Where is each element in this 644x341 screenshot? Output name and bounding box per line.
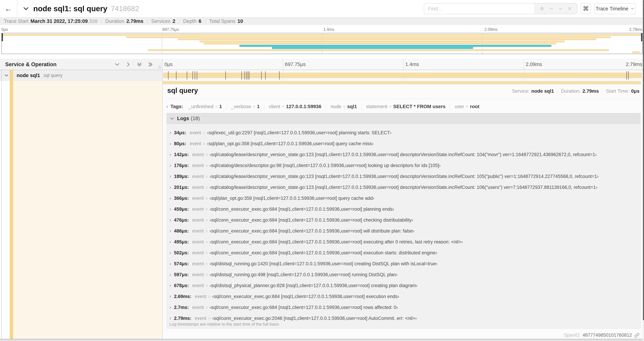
log-timestamp: 486μs: xyxy=(174,228,189,234)
span-row: node sql1 sql query xyxy=(0,70,644,81)
trace-collapse-chevron-icon[interactable] xyxy=(22,5,30,12)
view-options-dropdown[interactable]: Trace Timeline xyxy=(594,3,636,14)
span-detail-tint-column xyxy=(13,81,162,339)
log-row[interactable]: ›476μs:event=‹sql/conn_executor_exec.go:… xyxy=(170,215,640,226)
log-expand-chevron-right-icon[interactable]: › xyxy=(170,271,171,277)
find-controls xyxy=(534,4,577,14)
column-divider[interactable] xyxy=(162,59,163,339)
tag-value: 127.0.0.1:59936 xyxy=(286,104,321,109)
span-color-accent xyxy=(10,70,13,81)
minimap-span-bar xyxy=(200,41,565,43)
log-event-value: ‹sql/conn_executor_exec.go:684 [nsql1,cl… xyxy=(210,250,437,256)
divider xyxy=(101,19,102,24)
span-duration-bar[interactable] xyxy=(163,73,642,78)
log-row[interactable]: ›201μs:event=‹sql/catalog/lease/descript… xyxy=(170,182,640,193)
log-expand-chevron-right-icon[interactable]: › xyxy=(170,130,171,136)
log-equals: = xyxy=(206,152,208,157)
log-expand-chevron-right-icon[interactable]: › xyxy=(170,195,171,201)
log-row[interactable]: ›574μs:event=‹sql/distsql_running.go:142… xyxy=(170,258,640,269)
divider xyxy=(602,89,602,94)
back-button[interactable]: ← xyxy=(0,0,17,17)
minimap-canvas[interactable] xyxy=(2,33,642,54)
minimap-span-bar xyxy=(148,49,609,51)
log-row[interactable]: ›189μs:event=‹sql/catalog/lease/descript… xyxy=(170,171,640,182)
log-row[interactable]: ›142μs:event=‹sql/catalog/lease/descript… xyxy=(170,149,640,160)
minimap-span-bar xyxy=(2,34,642,36)
log-expand-chevron-right-icon[interactable]: › xyxy=(170,250,171,256)
expand-one-chevron-right-icon[interactable] xyxy=(125,62,131,67)
column-resizer-grip[interactable] xyxy=(159,66,161,69)
log-expand-chevron-right-icon[interactable]: › xyxy=(170,162,171,168)
service-operation-title: Service & Operation xyxy=(5,61,114,68)
tags-row[interactable]: › Tags: _unfinished=1_verbose=1client=12… xyxy=(166,102,640,112)
log-expand-chevron-right-icon[interactable]: › xyxy=(170,141,171,146)
log-timestamp: 80μs: xyxy=(174,141,186,146)
log-expand-chevron-right-icon[interactable]: › xyxy=(170,184,171,190)
log-row[interactable]: ›495μs:event=‹sql/conn_executor_exec.go:… xyxy=(170,236,640,247)
logs-header[interactable]: Logs (18) xyxy=(167,113,640,124)
minimap-span-bar xyxy=(126,36,611,38)
span-duration-bar-detail xyxy=(163,81,641,84)
log-event-label: event xyxy=(192,174,204,179)
log-equals: = xyxy=(206,261,208,266)
log-equals: = xyxy=(206,283,208,288)
collapse-one-chevron-down-icon[interactable] xyxy=(114,62,120,67)
log-row[interactable]: ›486μs:event=‹sql/conn_executor_exec.go:… xyxy=(170,226,640,236)
span-log-tick xyxy=(168,71,168,80)
log-expand-chevron-right-icon[interactable]: › xyxy=(170,293,171,299)
tags-label: Tags: xyxy=(170,104,183,109)
log-row[interactable]: ›34μs:event=‹sql/exec_util.go:2297 [nsql… xyxy=(170,127,640,138)
log-expand-chevron-right-icon[interactable]: › xyxy=(170,206,171,212)
log-event-value: ‹sql/catalog/lease/descriptor_version_st… xyxy=(210,152,597,157)
deep-link-icon[interactable] xyxy=(634,333,640,338)
log-row[interactable]: ›502μs:event=‹sql/conn_executor_exec.go:… xyxy=(170,247,640,258)
search-placeholder: Find... xyxy=(428,6,442,12)
logs-collapse-chevron-down-icon[interactable] xyxy=(170,116,174,121)
log-expand-chevron-right-icon[interactable]: › xyxy=(170,239,171,245)
log-event-value: ‹sql/conn_executor_exec.go:684 [nsql1,cl… xyxy=(210,217,413,223)
tag-equals: = xyxy=(389,104,392,109)
tags-expand-chevron-right-icon[interactable]: › xyxy=(166,103,168,110)
start-time-label: Start Time: xyxy=(606,88,629,94)
log-expand-chevron-right-icon[interactable]: › xyxy=(170,217,171,223)
timeline-ruler: 0μs697.75μs1.4ms2.09ms2.79ms xyxy=(162,59,644,70)
prev-match-chevron-up-icon[interactable] xyxy=(548,6,554,11)
services-value: 2 xyxy=(172,18,175,24)
log-row[interactable]: ›2.7ms:event=‹sql/conn_executor_exec.go:… xyxy=(170,302,640,313)
log-expand-chevron-right-icon[interactable]: › xyxy=(170,315,171,321)
span-row-timeline-cell[interactable] xyxy=(162,70,644,81)
log-event-value: ‹sql/distsql_physical_planner.go:828 [ns… xyxy=(210,283,418,288)
search-input[interactable]: Find... xyxy=(424,4,534,14)
log-expand-chevron-right-icon[interactable]: › xyxy=(170,304,171,310)
collapse-all-double-chevron-down-icon[interactable] xyxy=(136,62,142,67)
log-row[interactable]: ›2.69ms:event=‹sql/conn_executor_exec.go… xyxy=(170,291,640,302)
log-expand-chevron-right-icon[interactable]: › xyxy=(170,173,171,179)
log-expand-chevron-right-icon[interactable]: › xyxy=(170,151,171,157)
log-expand-chevron-right-icon[interactable]: › xyxy=(170,282,171,288)
minimap-right-scrubber-handle[interactable] xyxy=(641,33,642,41)
scrollbar-thumb[interactable] xyxy=(643,0,644,320)
total-spans-value: 10 xyxy=(238,18,243,24)
span-collapse-chevron-down-icon[interactable] xyxy=(4,73,9,78)
log-expand-chevron-right-icon[interactable]: › xyxy=(170,228,171,234)
log-event-value: ‹sql/distsql_running.go:498 [nsql1,clien… xyxy=(210,272,398,277)
keyboard-shortcuts-button[interactable]: ⌘ xyxy=(581,3,591,14)
next-match-chevron-down-icon[interactable] xyxy=(558,6,563,11)
locate-icon[interactable] xyxy=(540,6,545,11)
span-row-name-cell[interactable]: node sql1 sql query xyxy=(0,70,162,81)
log-row[interactable]: ›80μs:event=‹sql/plan_opt.go:358 [nsql1,… xyxy=(170,138,640,149)
clear-search-x-icon[interactable] xyxy=(567,6,572,11)
ruler-tick-label: 697.75μs xyxy=(162,27,179,32)
log-row[interactable]: ›459μs:event=‹sql/conn_executor_exec.go:… xyxy=(170,204,640,215)
log-event-label: event xyxy=(195,316,206,321)
log-row[interactable]: ›176μs:event=‹sql/catalog/descs/descript… xyxy=(170,160,640,171)
log-row[interactable]: ›366μs:event=‹sql/plan_opt.go:358 [nsql1… xyxy=(170,193,640,204)
log-row[interactable]: ›597μs:event=‹sql/distsql_running.go:498… xyxy=(170,269,640,280)
scrollbar-track[interactable] xyxy=(642,0,644,341)
log-equals: = xyxy=(208,294,210,299)
minimap-left-scrubber-handle[interactable] xyxy=(2,33,3,41)
log-expand-chevron-right-icon[interactable]: › xyxy=(170,261,171,266)
log-row[interactable]: ›678μs:event=‹sql/distsql_physical_plann… xyxy=(170,280,640,291)
log-timestamp: 366μs: xyxy=(174,196,189,201)
expand-all-double-chevron-right-icon[interactable] xyxy=(148,62,154,67)
